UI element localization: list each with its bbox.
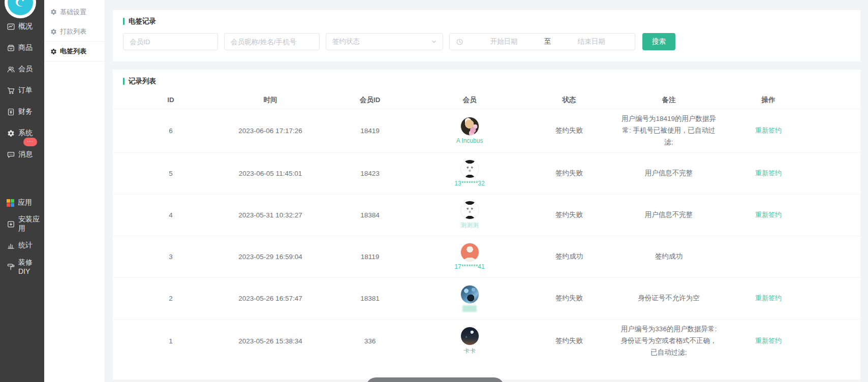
cell-time: 2023-06-05 11:45:01	[221, 170, 320, 177]
col-header-remark: 备注	[619, 96, 719, 105]
cell-member-id: 18381	[320, 295, 420, 302]
search-button[interactable]: 搜索	[642, 33, 675, 50]
cell-member-id: 336	[320, 337, 420, 345]
cell-action: 重新签约	[719, 336, 818, 345]
cell-action: 重新签约	[719, 294, 818, 303]
sidebar-item-members[interactable]: 会员	[0, 58, 44, 80]
member-avatar[interactable]	[460, 117, 479, 136]
finance-icon	[7, 108, 15, 116]
cell-id: 2	[121, 295, 221, 302]
member-avatar[interactable]	[460, 243, 479, 262]
member-name[interactable]: A Incubus	[456, 137, 483, 144]
member-name[interactable]	[462, 305, 477, 312]
cell-id: 3	[121, 253, 221, 261]
col-header-status: 状态	[519, 96, 619, 105]
cell-time: 2023-05-31 10:32:27	[221, 211, 320, 219]
title-accent-bar	[123, 18, 125, 25]
col-header-member: 会员	[420, 96, 519, 105]
cell-member-id: 18384	[320, 211, 420, 219]
cell-member: 测测测	[420, 201, 519, 230]
message-icon	[7, 150, 15, 159]
cell-remark: 用户信息不完整	[645, 209, 693, 221]
sidebar-item-label: 统计	[18, 241, 33, 250]
gear-icon	[50, 48, 57, 55]
sidebar-item-label: 安装应用	[18, 215, 44, 233]
member-name[interactable]: 测测测	[460, 221, 479, 230]
sidebar-item-orders[interactable]: 订单	[0, 80, 44, 101]
cell-member: 13*******32	[420, 160, 519, 187]
submenu-item-basic-settings[interactable]: 基础设置	[44, 2, 105, 22]
sidebar-item-install-app[interactable]: 安装应用	[0, 213, 44, 235]
resign-link[interactable]: 重新签约	[755, 294, 782, 302]
cell-time: 2023-06-06 17:17:26	[221, 127, 320, 135]
date-range-picker[interactable]: 开始日期 至 结束日期	[449, 33, 635, 50]
esign-record-search-card: 电签记录 签约状态 开始日期 至 结束日期 搜索	[113, 10, 860, 61]
member-avatar[interactable]	[460, 327, 479, 345]
cell-member: 17*******41	[420, 243, 519, 270]
member-info-input[interactable]	[224, 33, 320, 50]
table-row: 5 2023-06-05 11:45:01 18423 13*******32 …	[113, 153, 860, 195]
primary-nav: 概况 商品 会员 订单 财务 系统 消息 ··· 应用	[0, 0, 44, 277]
sidebar-item-finance[interactable]: 财务	[0, 101, 44, 122]
col-header-action: 操作	[719, 96, 818, 105]
cell-time: 2023-05-29 16:59:04	[221, 253, 320, 261]
resign-link[interactable]: 重新签约	[755, 169, 782, 177]
brand-swirl-icon	[8, 0, 33, 15]
sidebar-item-label: 装修DIY	[18, 258, 44, 275]
cell-status: 签约成功	[519, 252, 619, 261]
cell-remark: 签约成功	[655, 251, 683, 263]
overview-icon	[7, 22, 15, 31]
diy-roller-icon	[7, 263, 15, 271]
orders-icon	[7, 86, 15, 95]
gear-icon	[50, 28, 57, 35]
cell-action: 重新签约	[719, 126, 818, 135]
sign-status-select[interactable]: 签约状态	[326, 33, 443, 50]
secondary-sidebar: 基础设置 打款列表 电签列表	[44, 0, 105, 382]
sidebar-item-messages[interactable]: 消息 ···	[0, 144, 44, 165]
cell-member-id: 18119	[320, 253, 420, 261]
install-app-icon	[7, 220, 15, 229]
cell-remark: 用户编号为336的用户数据异常:身份证号为空或者格式不正确，已自动过滤;	[619, 324, 719, 359]
sidebar-item-stats[interactable]: 统计	[0, 235, 44, 256]
sidebar-item-goods[interactable]: 商品	[0, 37, 44, 58]
cell-status: 签约失败	[519, 126, 619, 135]
sidebar-item-label: 会员	[18, 65, 33, 74]
sidebar-item-label: 商品	[18, 43, 33, 52]
sidebar-item-overview[interactable]: 概况	[0, 16, 44, 37]
cell-member	[420, 285, 519, 312]
submenu-item-esign-list[interactable]: 电签列表	[44, 42, 105, 61]
cell-id: 4	[121, 211, 221, 219]
submenu-item-payment-list[interactable]: 打款列表	[44, 22, 105, 42]
gear-icon	[50, 9, 57, 15]
sidebar-item-label: 消息	[18, 150, 33, 159]
member-avatar[interactable]	[460, 285, 479, 304]
member-avatar[interactable]	[460, 160, 479, 178]
member-name[interactable]: 卡卡	[463, 347, 476, 356]
resign-link[interactable]: 重新签约	[755, 337, 782, 344]
col-header-member-id: 会员ID	[320, 96, 420, 105]
sidebar-item-label: 系统	[18, 129, 33, 138]
table-row: 4 2023-05-31 10:32:27 18384 测测测 签约失败 用户信…	[113, 195, 860, 236]
sidebar-item-label: 订单	[18, 86, 33, 95]
cell-time: 2023-05-26 15:38:34	[221, 337, 320, 345]
sidebar-item-apps[interactable]: 应用	[0, 192, 44, 213]
sidebar-item-diy[interactable]: 装修DIY	[0, 256, 44, 277]
member-name[interactable]: 17*******41	[454, 263, 484, 270]
member-name[interactable]: 13*******32	[454, 180, 484, 187]
member-id-input[interactable]	[123, 33, 218, 50]
resign-link[interactable]: 重新签约	[755, 211, 782, 218]
search-card-title: 电签记录	[123, 17, 850, 26]
cell-id: 1	[121, 337, 221, 345]
sidebar-item-label: 概况	[18, 22, 33, 31]
col-header-id: ID	[121, 96, 221, 104]
goods-icon	[7, 44, 15, 52]
resign-link[interactable]: 重新签约	[755, 126, 782, 134]
table-header: ID 时间 会员ID 会员 状态 备注 操作	[113, 91, 860, 109]
system-gear-icon	[7, 129, 15, 138]
apps-grid-icon	[7, 199, 14, 207]
members-icon	[7, 65, 15, 74]
record-list-title-text: 记录列表	[129, 77, 156, 86]
cell-time: 2023-05-26 16:57:47	[221, 295, 320, 302]
member-avatar[interactable]	[460, 201, 479, 219]
sidebar-item-system[interactable]: 系统	[0, 122, 44, 144]
